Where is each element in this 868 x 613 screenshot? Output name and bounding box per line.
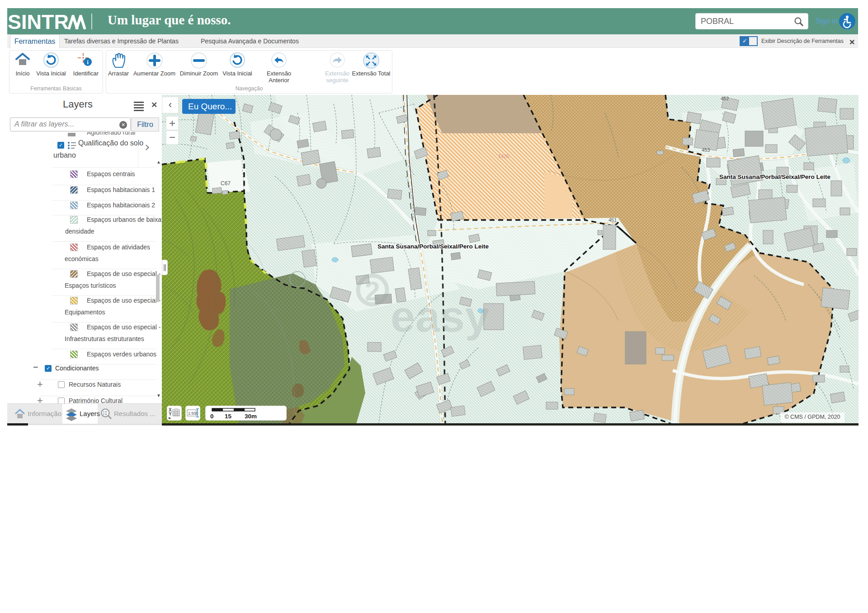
svg-text:i: i [87,59,89,66]
svg-text:Y: Y [169,412,172,416]
svg-text:Santa Susana/Porbal/Seixal/Per: Santa Susana/Porbal/Seixal/Pero Leite [377,243,489,250]
svg-text:15: 15 [225,413,232,420]
svg-text:C67: C67 [221,180,231,187]
svg-text:easy: easy [391,292,490,341]
svg-text:0: 0 [210,413,214,420]
svg-text:2: 2 [365,276,380,306]
svg-text:30m: 30m [245,413,257,420]
svg-text:1:500: 1:500 [188,411,198,416]
svg-text:451: 451 [609,217,617,223]
svg-text:453: 453 [702,147,710,153]
svg-text:1425: 1425 [498,154,509,159]
svg-text:452: 452 [721,96,729,101]
svg-text:Santa Susana/Porbal/Seixal/Per: Santa Susana/Porbal/Seixal/Pero Leite [719,173,831,180]
